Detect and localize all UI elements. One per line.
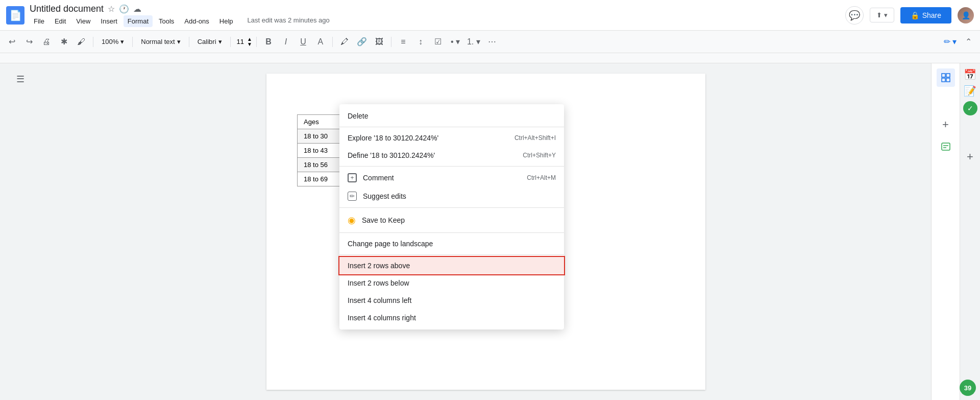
font-size-up[interactable]: ▲ [247,37,252,42]
menu-file[interactable]: File [30,15,48,27]
align-button[interactable]: ≡ [396,34,411,50]
comment-label: Comment [363,174,394,182]
toolbar: ↩ ↪ 🖨 ✱ 🖌 100% ▾ Normal text ▾ Calibri ▾… [0,31,980,53]
right-sidebar: + [931,63,960,400]
redo-button[interactable]: ↪ [21,34,37,50]
star-icon[interactable]: ☆ [108,4,115,14]
link-button[interactable]: 🔗 [354,34,370,50]
suggest-icon: ✏ [348,192,357,201]
history-icon[interactable]: 🕐 [119,4,129,14]
text-color-button[interactable]: A [313,34,328,50]
ctx-insert-cols-left[interactable]: Insert 4 columns left [339,292,564,309]
doc-area: Ages C. Fre 18 to 30 12 18 to 43 31 [41,63,931,400]
ctx-sep-2 [339,166,564,167]
more-button[interactable]: ⋯ [484,34,500,50]
ctx-sep-4 [339,232,564,233]
top-bar: 📄 Untitled document ☆ 🕐 ☁ File Edit View… [0,0,980,31]
collapse-button[interactable]: ⌃ [961,34,976,50]
image-button[interactable]: 🖼 [372,34,387,50]
ctx-define[interactable]: Define '18 to 30120.2424%' Ctrl+Shift+Y [339,147,564,164]
ctx-insert-cols-right[interactable]: Insert 4 columns right [339,309,564,326]
save-keep-label: Save to Keep [362,216,405,224]
ctx-comment[interactable]: + Comment Ctrl+Alt+M [339,169,564,187]
plus-icon[interactable]: + [937,115,955,134]
toolbar-separator-5 [256,37,257,47]
svg-rect-4 [942,143,950,150]
define-label: Define '18 to 30120.2424%' [348,151,435,159]
move-to-drive-button[interactable]: ⬆ ▾ [870,8,894,22]
toolbar-separator-7 [391,37,391,47]
add-apps-icon[interactable]: + [967,150,973,163]
numbered-list-button[interactable]: 1. ▾ [465,34,482,50]
keep-icon[interactable]: 📝 [964,85,976,97]
menu-help[interactable]: Help [215,15,237,27]
bullet-list-button[interactable]: • ▾ [448,34,463,50]
italic-button[interactable]: I [278,34,293,50]
underline-button[interactable]: U [296,34,311,50]
toolbar-separator-1 [93,37,93,47]
explore-label: Explore '18 to 30120.2424%' [348,134,438,142]
svg-rect-0 [942,74,945,77]
insert-rows-above-label: Insert 2 rows above [348,262,410,270]
context-menu: Delete Explore '18 to 30120.2424%' Ctrl+… [339,104,564,330]
insert-cols-left-label: Insert 4 columns left [348,296,411,304]
comment-button[interactable]: 💬 [845,6,864,25]
ctx-landscape[interactable]: Change page to landscape [339,235,564,252]
calendar-icon[interactable]: 📅 [964,68,976,81]
user-avatar[interactable]: 👤 [958,7,974,23]
svg-rect-3 [946,78,950,82]
ctx-save-keep[interactable]: ◉ Save to Keep [339,210,564,230]
tasks-icon[interactable]: ✓ [963,101,977,115]
comment-note-icon[interactable] [937,138,955,156]
font-size-down[interactable]: ▼ [247,42,252,47]
far-right-panel: 📅 📝 ✓ + 39 [960,63,980,400]
ctx-suggest[interactable]: ✏ Suggest edits [339,187,564,205]
undo-button[interactable]: ↩ [4,34,19,50]
ctx-delete[interactable]: Delete [339,107,564,125]
keep-icon: ◉ [348,215,356,226]
ctx-explore[interactable]: Explore '18 to 30120.2424%' Ctrl+Alt+Shi… [339,129,564,147]
share-button[interactable]: 🔒 Share [900,7,951,23]
upload-icon: ⬆ [876,11,882,19]
doc-icon: 📄 [6,6,24,25]
delete-label: Delete [348,112,368,120]
ctx-insert-rows-above[interactable]: Insert 2 rows above [339,257,564,274]
menu-format[interactable]: Format [124,15,153,27]
paint-format-button[interactable]: 🖌 [74,34,89,50]
cloud-icon[interactable]: ☁ [133,4,141,14]
notification-badge: 39 [960,380,976,396]
insert-rows-below-label: Insert 2 rows below [348,279,409,287]
menu-bar: File Edit View Insert Format Tools Add-o… [30,15,845,27]
zoom-value: 100% [102,38,118,45]
ctx-sep-3 [339,207,564,208]
font-value: Calibri [198,38,216,45]
svg-rect-2 [942,78,945,82]
toolbar-separator-2 [132,37,133,47]
insert-cols-right-label: Insert 4 columns right [348,314,416,322]
font-dropdown[interactable]: Calibri ▾ [193,34,226,50]
ctx-insert-rows-below[interactable]: Insert 2 rows below [339,274,564,292]
doc-outline-icon[interactable]: ☰ [16,74,24,85]
menu-addons[interactable]: Add-ons [180,15,213,27]
add-table-icon[interactable] [937,68,955,87]
style-arrow: ▾ [177,38,181,45]
ctx-sep-5 [339,254,564,255]
menu-tools[interactable]: Tools [155,15,178,27]
menu-view[interactable]: View [72,15,94,27]
zoom-arrow: ▾ [120,38,124,45]
toolbar-separator-6 [332,37,333,47]
highlight-button[interactable]: 🖍 [337,34,352,50]
menu-edit[interactable]: Edit [51,15,70,27]
print-button[interactable]: 🖨 [39,34,54,50]
bold-button[interactable]: B [261,34,276,50]
style-dropdown[interactable]: Normal text ▾ [137,34,184,50]
checklist-button[interactable]: ☑ [430,34,446,50]
line-spacing-button[interactable]: ↕ [413,34,428,50]
spell-check-button[interactable]: ✱ [56,34,71,50]
zoom-dropdown[interactable]: 100% ▾ [97,34,128,50]
lock-icon: 🔒 [911,11,919,19]
menu-insert[interactable]: Insert [96,15,121,27]
main-content: ☰ Ages C. Fre 18 to 30 12 18 [0,63,980,400]
edit-mode-button[interactable]: ✏ ▾ [942,34,959,50]
toolbar-separator-4 [230,37,231,47]
